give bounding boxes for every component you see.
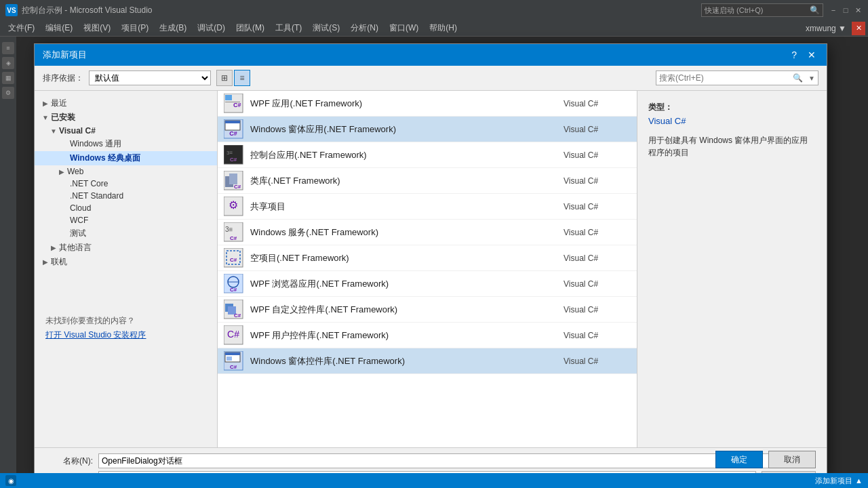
confirm-button[interactable]: 确定 [715,451,763,468]
item-lang-winform-ctrl: Visual C# [564,357,631,366]
type-description: 用于创建具有 Windows 窗体用户界面的应用程序的项目 [648,134,816,159]
tree-item-online[interactable]: ▶ 联机 [35,255,217,269]
cancel-button[interactable]: 取消 [768,451,816,468]
window-controls: − □ ✕ [829,5,863,15]
tree-label-online: 联机 [51,256,67,268]
item-console[interactable]: 3≡ C# 控制台应用(.NET Framework) Visual C# [218,142,637,168]
maximize-button[interactable]: □ [841,5,850,15]
menu-window[interactable]: 窗口(W) [384,21,424,35]
item-icon-wpf-browser: C# [223,273,245,295]
user-info[interactable]: xmwung ▼ [806,24,846,33]
tree-item-recent[interactable]: ▶ 最近 [35,96,217,110]
items-list: C# WPF 应用(.NET Framework) Visual C# [218,91,637,447]
tree-label-other-langs: 其他语言 [59,242,92,253]
tree-arrow-other-langs: ▶ [48,244,59,251]
item-shared[interactable]: ⚙ 共享项目 Visual C# [218,194,637,220]
tree-label-installed: 已安装 [51,112,75,123]
item-icon-empty: C# [223,247,245,269]
item-name-wpf-custom-ctrl: WPF 自定义控件库(.NET Framework) [250,304,564,316]
menu-analyze[interactable]: 分析(N) [345,21,384,35]
item-lang-empty: Visual C# [564,253,631,263]
tree-item-visual-csharp[interactable]: ▼ Visual C# [35,125,217,137]
item-name-wpf-app: WPF 应用(.NET Framework) [250,98,564,110]
tree-item-cloud[interactable]: Cloud [35,202,217,214]
menu-view[interactable]: 视图(V) [78,21,116,35]
search-dropdown-icon[interactable]: ▼ [806,75,818,82]
item-lang-wpf-browser: Visual C# [564,279,631,289]
menu-tools[interactable]: 工具(T) [270,21,307,35]
grid-view-button[interactable]: ⊞ [216,70,233,86]
tree-item-net-core[interactable]: .NET Core [35,178,217,190]
item-name-wpf-user-ctrl: WPF 用户控件库(.NET Framework) [250,329,564,342]
item-wpf-app[interactable]: C# WPF 应用(.NET Framework) Visual C# [218,91,637,117]
vs-sidebar: ≡ ◈ ▦ ⚙ [0,37,16,488]
sidebar-icon-1[interactable]: ≡ [2,42,14,54]
tree-label-windows-desktop: Windows 经典桌面 [70,152,140,164]
item-lang-wpf-app: Visual C# [564,99,631,108]
item-lang-wpf-custom-ctrl: Visual C# [564,305,631,314]
list-view-button[interactable]: ≡ [234,70,250,86]
sidebar-icon-3[interactable]: ▦ [2,72,14,84]
status-bar: ◉ 添加新项目 ▲ [0,473,868,488]
item-icon-wpf-custom-ctrl: C# [223,299,245,321]
tree-item-windows-common[interactable]: Windows 通用 [35,137,217,151]
app-icon: VS [5,4,18,16]
menu-build[interactable]: 生成(B) [154,21,192,35]
menu-edit[interactable]: 编辑(E) [40,21,78,35]
item-name-winform-ctrl: Windows 窗体控件库(.NET Framework) [250,355,564,367]
item-wpf-browser[interactable]: C# WPF 浏览器应用(.NET Framework) Visual C# [218,271,637,297]
item-wpf-user-ctrl[interactable]: C# WPF 用户控件库(.NET Framework) Visual C# [218,323,637,348]
menu-debug[interactable]: 调试(D) [192,21,231,35]
svg-rect-13 [229,174,237,184]
sidebar-icon-2[interactable]: ◈ [2,57,14,69]
tree-label-web: Web [67,167,83,176]
dialog-title-bar: 添加新项目 ? ✕ [35,44,827,66]
close-button[interactable]: ✕ [853,5,863,15]
item-name-library: 类库(.NET Framework) [250,175,564,187]
dialog-body: ▶ 最近 ▼ 已安装 ▼ Visual C# Windows 通用 [35,91,827,447]
menu-team[interactable]: 团队(M) [231,21,270,35]
dialog-controls: ? ✕ [789,49,818,60]
tree-item-web[interactable]: ▶ Web [35,165,217,178]
minimize-button[interactable]: − [829,5,838,15]
tree-label-cloud: Cloud [70,203,91,213]
item-icon-wpf-app: C# [223,93,245,115]
tree-item-net-standard[interactable]: .NET Standard [35,190,217,202]
menu-file[interactable]: 文件(F) [3,21,40,35]
search-icon[interactable]: 🔍 [807,5,823,15]
tree-label-recent: 最近 [51,98,67,109]
tree-item-test[interactable]: 测试 [35,226,217,241]
item-winform[interactable]: C# Windows 窗体应用(.NET Framework) Visual C… [218,117,637,142]
sort-select[interactable]: 默认值 名称 类型 日期 [89,70,211,85]
dialog-title: 添加新项目 [43,49,789,61]
item-empty[interactable]: C# 空项目(.NET Framework) Visual C# [218,245,637,271]
svg-text:C#: C# [230,235,237,241]
search-box: 🔍 ▼ [656,70,818,85]
tree-item-windows-desktop[interactable]: Windows 经典桌面 [35,151,217,165]
item-lang-shared: Visual C# [564,202,631,211]
tree-item-other-langs[interactable]: ▶ 其他语言 [35,241,217,255]
item-winform-ctrl[interactable]: C# Windows 窗体控件库(.NET Framework) Visual … [218,348,637,374]
item-windows-service[interactable]: 3≡ C# Windows 服务(.NET Framework) Visual … [218,220,637,245]
menu-project[interactable]: 项目(P) [116,21,154,35]
item-lang-windows-service: Visual C# [564,228,631,237]
menu-test[interactable]: 测试(S) [307,21,345,35]
status-icon: ◉ [5,475,16,486]
menu-help[interactable]: 帮助(H) [424,21,462,35]
search-input[interactable] [656,71,790,85]
tree-arrow-web: ▶ [56,168,67,176]
tree-item-wcf[interactable]: WCF [35,214,217,226]
item-library[interactable]: C# 类库(.NET Framework) Visual C# [218,168,637,194]
item-icon-windows-service: 3≡ C# [223,222,245,243]
close-x-button[interactable]: ✕ [852,22,865,35]
search-icon[interactable]: 🔍 [790,73,806,83]
item-wpf-custom-ctrl[interactable]: C# WPF 自定义控件库(.NET Framework) Visual C# [218,297,637,323]
dialog-help-button[interactable]: ? [789,49,800,60]
dialog-close-button[interactable]: ✕ [805,49,818,60]
sidebar-icon-4[interactable]: ⚙ [2,87,14,99]
vs-installer-link[interactable]: 打开 Visual Studio 安装程序 [45,329,206,341]
tree-arrow-csharp: ▼ [48,127,59,135]
tree-label-net-standard: .NET Standard [70,191,123,201]
tree-item-installed[interactable]: ▼ 已安装 [35,110,217,125]
name-input[interactable] [98,453,816,468]
